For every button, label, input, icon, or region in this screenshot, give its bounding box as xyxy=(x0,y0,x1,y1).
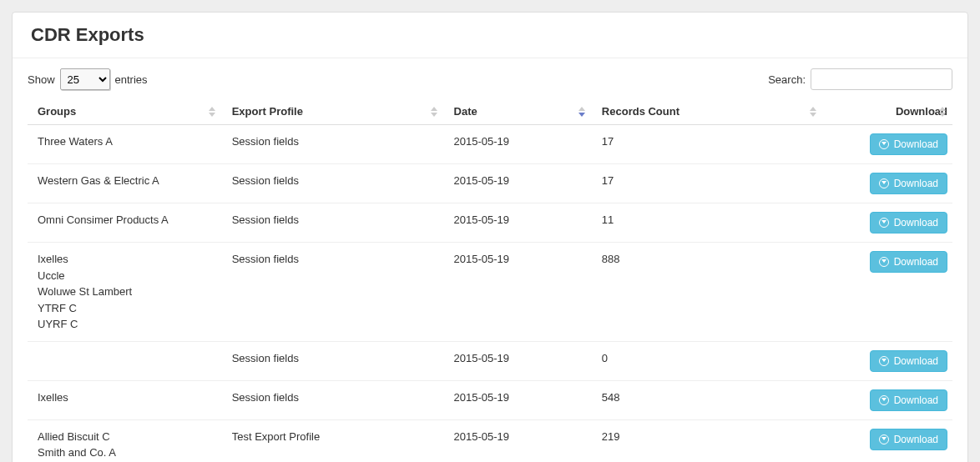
download-icon xyxy=(879,178,889,188)
cell-export-profile: Session fields xyxy=(222,243,444,342)
table-row: Allied Biscuit C Smith and Co. A Foo Bar… xyxy=(28,419,952,462)
download-icon xyxy=(879,395,889,405)
cell-groups: Omni Consimer Products A xyxy=(28,203,222,243)
column-header-records-count[interactable]: Records Count xyxy=(592,98,823,125)
cell-date: 2015-05-19 xyxy=(444,380,592,419)
search-label: Search: xyxy=(768,73,806,86)
cell-download: Download xyxy=(823,125,952,164)
download-button-label: Download xyxy=(894,138,938,150)
table-search-control: Search: xyxy=(768,68,952,90)
column-header-date[interactable]: Date xyxy=(444,98,592,125)
cell-date: 2015-05-19 xyxy=(444,341,592,380)
column-header-label: Groups xyxy=(38,105,76,118)
cell-date: 2015-05-19 xyxy=(444,125,592,164)
cell-records-count: 219 xyxy=(592,419,823,462)
cell-download: Download xyxy=(823,341,952,380)
table-row: Western Gas & Electric ASession fields20… xyxy=(28,164,952,203)
download-button[interactable]: Download xyxy=(870,133,947,155)
download-button-label: Download xyxy=(894,434,938,445)
cell-records-count: 11 xyxy=(592,203,823,243)
download-icon xyxy=(879,257,889,267)
column-header-download[interactable]: Download xyxy=(823,98,952,125)
column-header-export-profile[interactable]: Export Profile xyxy=(222,98,444,125)
sort-icon xyxy=(209,106,215,118)
cdr-exports-table: Groups Export Profile Date xyxy=(28,98,952,462)
table-row: Ixelles Uccle Woluwe St Lambert YTRF C U… xyxy=(28,243,952,342)
column-header-label: Export Profile xyxy=(232,105,303,118)
download-button[interactable]: Download xyxy=(870,429,947,450)
download-button[interactable]: Download xyxy=(870,251,947,273)
cell-date: 2015-05-19 xyxy=(444,203,592,243)
sort-icon xyxy=(578,106,585,118)
cell-records-count: 0 xyxy=(592,341,823,380)
download-button[interactable]: Download xyxy=(870,389,947,411)
download-icon xyxy=(879,218,889,228)
cell-records-count: 17 xyxy=(592,164,823,203)
cell-groups: Three Waters A xyxy=(28,125,222,164)
cell-export-profile: Session fields xyxy=(222,164,444,203)
sort-icon xyxy=(810,106,816,118)
cell-groups xyxy=(28,341,222,380)
show-label: Show xyxy=(28,73,55,86)
cell-download: Download xyxy=(823,243,952,342)
cell-records-count: 888 xyxy=(592,243,823,342)
cell-groups: Allied Biscuit C Smith and Co. A Foo Bar… xyxy=(28,419,222,462)
page-title: CDR Exports xyxy=(31,24,949,46)
download-icon xyxy=(879,139,889,149)
cell-records-count: 548 xyxy=(592,380,823,419)
download-button-label: Download xyxy=(894,394,938,406)
column-header-label: Records Count xyxy=(602,105,679,118)
search-input[interactable] xyxy=(811,68,952,90)
download-button-label: Download xyxy=(894,256,938,268)
cdr-exports-panel: CDR Exports Show 102550100 entries Searc… xyxy=(12,12,968,462)
sort-icon xyxy=(939,106,946,118)
cell-groups: Western Gas & Electric A xyxy=(28,164,222,203)
download-button-label: Download xyxy=(894,178,938,189)
download-button[interactable]: Download xyxy=(870,173,947,194)
cell-export-profile: Session fields xyxy=(222,125,444,164)
sort-icon xyxy=(431,106,437,118)
table-length-control: Show 102550100 entries xyxy=(28,68,148,90)
cell-download: Download xyxy=(823,164,952,203)
table-row: Omni Consimer Products ASession fields20… xyxy=(28,203,952,243)
download-button[interactable]: Download xyxy=(870,212,947,234)
download-button-label: Download xyxy=(894,217,938,228)
cell-export-profile: Session fields xyxy=(222,380,444,419)
cell-export-profile: Session fields xyxy=(222,203,444,243)
download-button-label: Download xyxy=(894,355,938,367)
cell-download: Download xyxy=(823,203,952,243)
download-icon xyxy=(879,434,889,444)
table-row: Three Waters ASession fields2015-05-1917… xyxy=(28,125,952,164)
page-length-select[interactable]: 102550100 xyxy=(60,68,110,90)
table-row: Session fields2015-05-190Download xyxy=(28,341,952,380)
cell-groups: Ixelles Uccle Woluwe St Lambert YTRF C U… xyxy=(28,243,222,342)
cell-export-profile: Session fields xyxy=(222,341,444,380)
cell-records-count: 17 xyxy=(592,125,823,164)
download-button[interactable]: Download xyxy=(870,350,947,372)
cell-date: 2015-05-19 xyxy=(444,243,592,342)
cell-download: Download xyxy=(823,419,952,462)
cell-download: Download xyxy=(823,380,952,419)
cell-date: 2015-05-19 xyxy=(444,419,592,462)
download-icon xyxy=(879,356,889,366)
table-row: IxellesSession fields2015-05-19548Downlo… xyxy=(28,380,952,419)
cell-export-profile: Test Export Profile xyxy=(222,419,444,462)
column-header-label: Date xyxy=(454,105,477,118)
entries-label: entries xyxy=(115,73,148,86)
column-header-groups[interactable]: Groups xyxy=(28,98,222,125)
cell-groups: Ixelles xyxy=(28,380,222,419)
cell-date: 2015-05-19 xyxy=(444,164,592,203)
